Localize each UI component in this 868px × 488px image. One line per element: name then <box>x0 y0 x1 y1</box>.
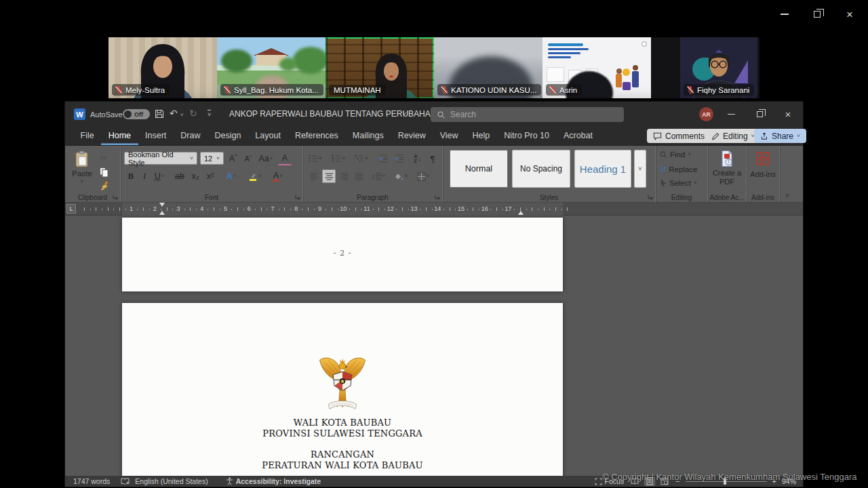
tab-acrobat[interactable]: Acrobat <box>556 127 599 145</box>
style-heading-1[interactable]: Heading 1 <box>574 150 631 188</box>
proofing-errors-icon[interactable] <box>121 478 130 485</box>
comments-button[interactable]: Comments <box>647 129 711 143</box>
tab-references[interactable]: References <box>288 127 345 145</box>
addins-label[interactable]: Add-ins <box>747 170 779 178</box>
tab-review[interactable]: Review <box>391 127 433 145</box>
decrease-indent-button[interactable] <box>376 152 391 165</box>
sort-button[interactable]: AZ↓ <box>410 152 426 165</box>
text-effects-button[interactable]: A˅ <box>222 169 240 183</box>
font-color-button[interactable]: A˅ <box>269 169 288 183</box>
collapse-ribbon-icon[interactable]: ˅ <box>785 192 789 199</box>
increase-indent-button[interactable] <box>392 152 407 165</box>
underline-button[interactable]: U˅ <box>151 169 167 183</box>
garuda-pancasila-emblem <box>313 350 372 414</box>
format-painter-button[interactable] <box>97 180 111 192</box>
style-no-spacing[interactable]: No Spacing <box>512 150 570 188</box>
tab-layout[interactable]: Layout <box>248 127 288 145</box>
video-tile[interactable]: KATIONO UDIN KASU... <box>434 37 542 98</box>
shrink-font-button[interactable]: Aˇ <box>241 152 255 165</box>
clear-formatting-button[interactable]: A <box>278 152 292 165</box>
styles-dialog-launcher-icon[interactable] <box>648 195 653 200</box>
autosave-toggle[interactable]: Off <box>123 109 150 119</box>
zoom-close-button[interactable]: × <box>841 5 859 23</box>
quick-access-more-icon[interactable]: ˅ <box>208 110 211 118</box>
cut-button[interactable]: ✂ <box>97 152 111 163</box>
zoom-minimize-button[interactable] <box>776 5 793 23</box>
word-restore-button[interactable] <box>746 102 773 127</box>
paste-button[interactable]: Paste ˅ <box>68 150 96 192</box>
addins-button[interactable] <box>755 151 770 166</box>
share-button[interactable]: Share˅ <box>754 129 806 143</box>
redo-icon[interactable]: ↻ <box>189 108 197 119</box>
tab-view[interactable]: View <box>433 127 465 145</box>
subscript-button[interactable]: x₂ <box>189 169 202 183</box>
grow-font-button[interactable]: Aˆ <box>226 152 240 165</box>
tab-home[interactable]: Home <box>101 127 138 145</box>
video-tile[interactable]: Mely-Sultra <box>108 37 217 98</box>
right-indent-marker[interactable] <box>518 211 524 215</box>
hanging-indent-marker[interactable] <box>159 211 165 215</box>
tab-design[interactable]: Design <box>208 127 248 145</box>
document-page-3[interactable]: WALI KOTA BAUBAU PROVINSI SULAWESI TENGG… <box>122 303 563 476</box>
first-line-indent-marker[interactable] <box>159 203 165 207</box>
select-button[interactable]: Select˅ <box>660 179 697 187</box>
account-avatar[interactable]: AR <box>699 107 713 121</box>
multilevel-list-button[interactable]: ˅ <box>353 152 370 165</box>
font-dialog-launcher-icon[interactable] <box>295 195 300 200</box>
editing-mode-button[interactable]: Editing˅ <box>705 129 760 143</box>
change-case-button[interactable]: Aa˅ <box>258 152 274 165</box>
accessibility-icon[interactable] <box>226 477 233 485</box>
zoom-restore-button[interactable] <box>808 5 826 23</box>
title-chevron-icon[interactable]: ˅ <box>403 110 406 117</box>
document-page-2-bottom[interactable]: - 2 - <box>122 218 563 291</box>
undo-caret-icon[interactable]: ˅ <box>180 113 184 118</box>
replace-button[interactable]: ⇄ Replace <box>660 165 697 174</box>
document-title[interactable]: ANKOP RAPERWALI BAUBAU TENTANG PERUBAHAN… <box>229 109 443 119</box>
shading-button[interactable]: ˅ <box>391 169 410 183</box>
video-tile[interactable]: Fiqhy Saranani <box>651 37 760 98</box>
align-right-button[interactable] <box>337 169 351 183</box>
video-tile[interactable]: Syll_Bag. Hukum Kota... <box>217 37 326 98</box>
save-icon[interactable] <box>155 109 164 119</box>
superscript-button[interactable]: x² <box>203 169 217 183</box>
video-tile-active-speaker[interactable]: MUTMAINAH <box>326 37 434 98</box>
find-button[interactable]: Find˅ <box>660 150 691 159</box>
undo-icon[interactable]: ↶ <box>170 108 178 119</box>
video-tile[interactable]: Asrin <box>542 37 651 98</box>
show-formatting-button[interactable]: ¶ <box>427 152 439 165</box>
clipboard-dialog-launcher-icon[interactable] <box>113 195 118 200</box>
font-name-combo[interactable]: Bookman Old Style˅ <box>124 152 197 165</box>
copy-button[interactable] <box>97 166 111 178</box>
doc-title-line: RANCANGAN <box>122 449 563 460</box>
highlight-color-button[interactable]: ˅ <box>245 169 264 183</box>
italic-button[interactable]: I <box>139 169 150 183</box>
create-pdf-label[interactable]: Create a PDF <box>708 169 746 186</box>
find-icon <box>660 151 667 159</box>
tab-help[interactable]: Help <box>465 127 497 145</box>
styles-gallery-more-button[interactable]: ˅ <box>634 150 646 188</box>
line-spacing-button[interactable]: ↕˅ <box>369 169 388 183</box>
font-size-combo[interactable]: 12˅ <box>200 152 224 165</box>
tab-draw[interactable]: Draw <box>174 127 208 145</box>
bullets-button[interactable]: ˅ <box>307 152 324 165</box>
borders-button[interactable]: ˅ <box>413 169 433 183</box>
accessibility-status[interactable]: Accessibility: Investigate <box>236 477 321 485</box>
word-close-button[interactable]: × <box>774 102 802 127</box>
tab-mailings[interactable]: Mailings <box>345 127 391 145</box>
numbering-button[interactable]: ˅ <box>330 152 347 165</box>
justify-button[interactable] <box>352 169 366 183</box>
word-count[interactable]: 1747 words <box>73 477 110 485</box>
word-minimize-button[interactable] <box>717 102 745 127</box>
bold-button[interactable]: B <box>125 169 137 183</box>
align-left-button[interactable] <box>307 169 321 183</box>
tab-nitro-pro[interactable]: Nitro Pro 10 <box>497 127 557 145</box>
align-center-button[interactable] <box>322 169 336 183</box>
paragraph-dialog-launcher-icon[interactable] <box>435 195 440 200</box>
strikethrough-button[interactable]: ab <box>172 169 187 183</box>
tab-file[interactable]: File <box>73 127 101 145</box>
language-selector[interactable]: English (United States) <box>135 477 208 485</box>
style-normal[interactable]: Normal <box>450 150 508 188</box>
create-pdf-button[interactable] <box>719 150 734 167</box>
tab-insert[interactable]: Insert <box>138 127 174 145</box>
search-input[interactable]: Search <box>431 107 624 122</box>
